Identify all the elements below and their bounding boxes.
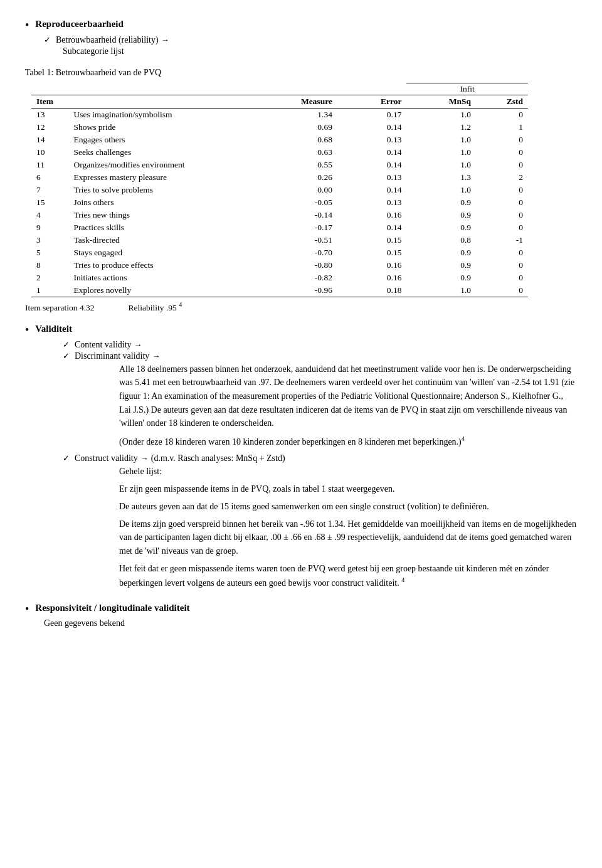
- responsivity-section: • Responsiviteit / longitudinale validit…: [25, 603, 577, 629]
- row-zstd: 0: [476, 272, 528, 284]
- row-name: Engages others: [68, 134, 259, 146]
- table-row: 6 Expresses mastery pleasure 0.26 0.13 1…: [31, 171, 528, 184]
- construct-p4-text: Het feit dat er geen mispassende items w…: [119, 564, 549, 588]
- bullet-dot-2: •: [25, 324, 29, 337]
- row-measure: -0.51: [260, 234, 337, 246]
- row-mnsq: 0.9: [406, 246, 476, 259]
- row-name: Stays engaged: [68, 246, 259, 259]
- construct-p4: Het feit dat er geen mispassende items w…: [119, 562, 577, 590]
- row-error: 0.16: [337, 272, 407, 284]
- table-row: 5 Stays engaged -0.70 0.15 0.9 0: [31, 246, 528, 259]
- row-name: Task-directed: [68, 234, 259, 246]
- row-error: 0.14: [337, 221, 407, 234]
- item-sep-text: Item separation 4.32: [25, 302, 95, 312]
- item-separation: Item separation 4.32 Reliability .95 4: [25, 301, 577, 313]
- row-measure: 0.00: [260, 184, 337, 196]
- row-measure: 1.34: [260, 108, 337, 121]
- discriminant-validity-label: Discriminant validity: [75, 351, 149, 361]
- row-zstd: 0: [476, 259, 528, 272]
- checkmark-2: ✓: [63, 340, 70, 350]
- responsivity-title: Responsiviteit / longitudinale validitei…: [35, 603, 189, 613]
- col-header-zstd: Zstd: [476, 95, 528, 108]
- table-row: 14 Engages others 0.68 0.13 1.0 0: [31, 134, 528, 146]
- row-measure: -0.70: [260, 246, 337, 259]
- row-error: 0.16: [337, 209, 407, 221]
- construct-validity-extra: (d.m.v. Rasch analyses: MnSq + Zstd): [151, 453, 285, 463]
- row-mnsq: 0.9: [406, 209, 476, 221]
- row-name: Tries new things: [68, 209, 259, 221]
- bullet-dot-3: •: [25, 603, 29, 617]
- construct-validity-label: Construct validity: [75, 453, 138, 463]
- table-row: 11 Organizes/modifies environment 0.55 0…: [31, 159, 528, 171]
- row-zstd: 0: [476, 184, 528, 196]
- pvq-table: Infit Item Measure Error MnSq Zstd 13 Us…: [31, 83, 528, 297]
- row-num: 1: [31, 284, 68, 297]
- row-mnsq: 1.0: [406, 159, 476, 171]
- col-header-mnsq: MnSq: [406, 95, 476, 108]
- row-name: Uses imagination/symbolism: [68, 108, 259, 121]
- row-error: 0.13: [337, 196, 407, 209]
- row-mnsq: 1.0: [406, 184, 476, 196]
- subcategorie-label: Subcategorie lijst: [63, 46, 577, 56]
- construct-validity-section: ✓ Construct validity → (d.m.v. Rasch ana…: [44, 453, 577, 590]
- row-measure: -0.82: [260, 272, 337, 284]
- row-measure: 0.63: [260, 146, 337, 159]
- row-error: 0.15: [337, 246, 407, 259]
- row-num: 3: [31, 234, 68, 246]
- row-name: Shows pride: [68, 121, 259, 134]
- row-measure: 0.69: [260, 121, 337, 134]
- row-num: 9: [31, 221, 68, 234]
- row-name: Joins others: [68, 196, 259, 209]
- row-mnsq: 0.8: [406, 234, 476, 246]
- row-measure: 0.68: [260, 134, 337, 146]
- table-row: 8 Tries to produce effects -0.80 0.16 0.…: [31, 259, 528, 272]
- table-row: 10 Seeks challenges 0.63 0.14 1.0 0: [31, 146, 528, 159]
- validity-p1: Alle 18 deelnemers passen binnen het ond…: [119, 363, 577, 430]
- validity-p2-text: (Onder deze 18 kinderen waren 10 kindere…: [119, 437, 462, 447]
- row-mnsq: 0.9: [406, 272, 476, 284]
- validiteit-title: Validiteit: [35, 324, 72, 334]
- checkmark-1: ✓: [44, 35, 51, 45]
- row-name: Explores novelly: [68, 284, 259, 297]
- row-mnsq: 1.0: [406, 134, 476, 146]
- row-error: 0.14: [337, 146, 407, 159]
- row-num: 2: [31, 272, 68, 284]
- row-mnsq: 0.9: [406, 196, 476, 209]
- col-header-item: Item: [31, 95, 68, 108]
- row-zstd: 0: [476, 196, 528, 209]
- validity-p2: (Onder deze 18 kinderen waren 10 kindere…: [119, 434, 577, 448]
- row-mnsq: 1.2: [406, 121, 476, 134]
- row-measure: -0.96: [260, 284, 337, 297]
- reliability-sup: 4: [179, 301, 182, 308]
- row-error: 0.16: [337, 259, 407, 272]
- arrow-3: →: [152, 351, 160, 361]
- bullet-main-reproduceerbaarheid: • Reproduceerbaarheid: [25, 19, 577, 33]
- reproduceerbaarheid-title: Reproduceerbaarheid: [35, 19, 124, 29]
- checkmark-4: ✓: [63, 453, 70, 463]
- row-zstd: 0: [476, 246, 528, 259]
- row-zstd: 0: [476, 108, 528, 121]
- row-name: Tries to produce effects: [68, 259, 259, 272]
- responsivity-text-container: Geen gegevens bekend: [44, 618, 577, 628]
- construct-sup: 4: [401, 576, 404, 583]
- row-num: 10: [31, 146, 68, 159]
- infit-header: Infit: [406, 83, 528, 95]
- row-num: 12: [31, 121, 68, 134]
- row-measure: -0.14: [260, 209, 337, 221]
- table-row: 12 Shows pride 0.69 0.14 1.2 1: [31, 121, 528, 134]
- row-mnsq: 1.0: [406, 284, 476, 297]
- row-name: Tries to solve problems: [68, 184, 259, 196]
- subcategorie-text: Subcategorie lijst: [63, 46, 124, 56]
- table-row: 4 Tries new things -0.14 0.16 0.9 0: [31, 209, 528, 221]
- row-error: 0.15: [337, 234, 407, 246]
- row-measure: 0.26: [260, 171, 337, 184]
- arrow-2: →: [134, 340, 142, 350]
- construct-p1: Er zijn geen mispassende items in de PVQ…: [119, 482, 577, 496]
- table-row: 9 Practices skills -0.17 0.14 0.9 0: [31, 221, 528, 234]
- row-error: 0.18: [337, 284, 407, 297]
- sub-bullet-betrouwbaarheid: ✓ Betrouwbaarheid (reliability) →: [44, 35, 577, 45]
- row-num: 7: [31, 184, 68, 196]
- row-error: 0.13: [337, 171, 407, 184]
- construct-validity-bullet: ✓ Construct validity → (d.m.v. Rasch ana…: [63, 453, 577, 463]
- row-error: 0.17: [337, 108, 407, 121]
